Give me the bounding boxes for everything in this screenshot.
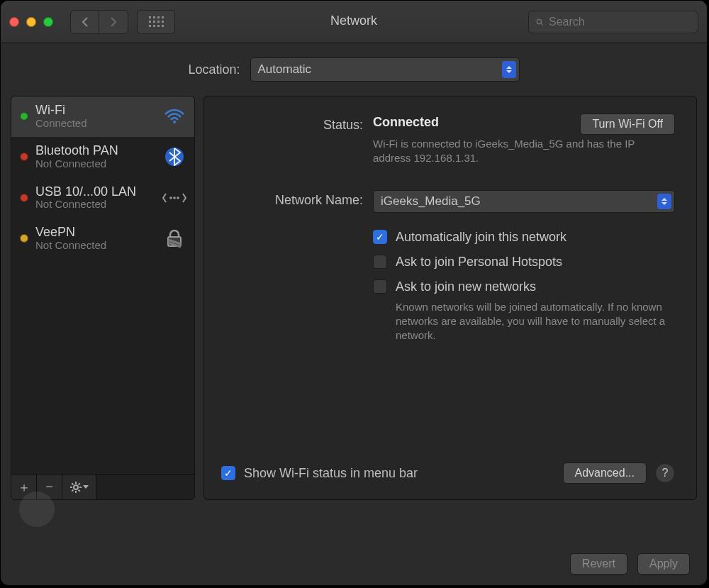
remove-service-button[interactable]: − <box>37 475 62 499</box>
ask-networks-checkbox[interactable] <box>373 279 387 294</box>
status-dot-icon <box>20 112 28 121</box>
network-name-label: Network Name: <box>221 190 363 208</box>
svg-point-0 <box>537 19 541 23</box>
svg-point-10 <box>74 485 78 489</box>
zoom-window-button[interactable] <box>43 17 53 27</box>
service-name: USB 10/...00 LAN <box>35 185 155 199</box>
titlebar: Network <box>1 1 707 43</box>
svg-point-4 <box>169 196 172 199</box>
location-row: Location: Automatic <box>1 43 707 96</box>
show-all-button[interactable] <box>137 10 175 34</box>
help-button[interactable]: ? <box>655 463 675 483</box>
status-dot-icon <box>20 194 28 202</box>
location-label: Location: <box>188 62 240 77</box>
turn-wifi-off-button[interactable]: Turn Wi-Fi Off <box>580 113 675 135</box>
svg-line-1 <box>541 23 543 25</box>
gear-icon <box>70 482 82 493</box>
ask-networks-label: Ask to join new networks <box>396 279 675 294</box>
minimize-window-button[interactable] <box>26 17 36 27</box>
service-status: Not Connected <box>35 240 155 252</box>
ask-hotspot-checkbox-row: Ask to join Personal Hotspots <box>373 255 675 270</box>
apply-button[interactable]: Apply <box>637 553 690 575</box>
search-input[interactable] <box>549 16 691 28</box>
auto-join-label: Automatically join this network <box>396 230 566 245</box>
status-label: Status: <box>221 115 363 133</box>
show-menubar-checkbox[interactable]: ✓ <box>221 466 235 480</box>
show-menubar-label: Show Wi-Fi status in menu bar <box>244 466 418 481</box>
location-value: Automatic <box>258 62 312 77</box>
close-window-button[interactable] <box>9 17 19 27</box>
add-service-button[interactable]: ＋ <box>11 475 37 499</box>
chevron-down-icon <box>83 485 89 489</box>
auto-join-checkbox-row: ✓ Automatically join this network <box>373 230 675 245</box>
service-bluetooth-pan[interactable]: Bluetooth PAN Not Connected <box>11 137 194 177</box>
svg-line-17 <box>78 483 79 484</box>
service-list: Wi-Fi Connected <box>11 96 194 474</box>
svg-line-16 <box>78 489 79 491</box>
forward-button[interactable] <box>99 11 128 33</box>
back-button[interactable] <box>71 11 99 33</box>
details-panel: Status: Connected Wi-Fi is connected to … <box>203 96 697 500</box>
wifi-icon <box>162 109 187 124</box>
network-name-select[interactable]: iGeeks_Media_5G <box>373 190 675 213</box>
service-actions-menu[interactable] <box>62 475 96 499</box>
search-field[interactable] <box>528 11 698 33</box>
panel-bottom-row: ✓ Show Wi-Fi status in menu bar Advanced… <box>221 462 675 484</box>
ask-networks-checkbox-row: Ask to join new networks Known networks … <box>373 279 675 343</box>
ask-networks-hint: Known networks will be joined automatica… <box>396 300 675 343</box>
search-icon <box>536 16 543 28</box>
nav-buttons <box>70 10 128 34</box>
network-name-value: iGeeks_Media_5G <box>381 194 481 209</box>
svg-point-5 <box>173 196 176 199</box>
svg-point-2 <box>173 121 176 123</box>
network-preferences-window: Network Location: Automatic Wi-Fi <box>0 0 708 586</box>
service-status: Not Connected <box>35 158 155 170</box>
stepper-icon <box>502 61 516 78</box>
ask-hotspot-checkbox[interactable] <box>373 255 387 269</box>
svg-point-6 <box>177 196 179 199</box>
service-name: VeePN <box>35 226 155 240</box>
service-name: Bluetooth PAN <box>35 144 155 158</box>
service-status: Connected <box>35 118 155 130</box>
location-select[interactable]: Automatic <box>250 57 520 82</box>
service-name: Wi-Fi <box>35 104 155 118</box>
svg-line-18 <box>72 489 73 491</box>
svg-line-15 <box>72 483 73 484</box>
ethernet-icon <box>162 189 187 206</box>
advanced-button[interactable]: Advanced... <box>563 462 647 484</box>
service-sidebar: Wi-Fi Connected <box>11 96 195 500</box>
stepper-icon <box>657 194 671 209</box>
lock-icon <box>162 228 187 248</box>
grid-icon <box>149 16 164 27</box>
status-description: Wi-Fi is connected to iGeeks_Media_5G an… <box>373 137 642 166</box>
service-status: Not Connected <box>35 199 155 211</box>
service-veepn[interactable]: VeePN Not Connected <box>11 218 194 259</box>
window-controls <box>9 17 53 27</box>
service-wifi[interactable]: Wi-Fi Connected <box>11 96 194 137</box>
main-area: Wi-Fi Connected <box>1 96 707 507</box>
status-dot-icon <box>20 152 28 161</box>
service-usb-lan[interactable]: USB 10/...00 LAN Not Connected <box>11 178 194 218</box>
status-dot-icon <box>20 234 28 243</box>
auto-join-checkbox[interactable]: ✓ <box>373 230 387 244</box>
ask-hotspot-label: Ask to join Personal Hotspots <box>396 255 562 270</box>
window-footer: Revert Apply <box>1 543 707 585</box>
bluetooth-icon <box>162 145 187 168</box>
revert-button[interactable]: Revert <box>570 553 627 575</box>
status-value: Connected <box>373 115 439 129</box>
sidebar-tools: ＋ − <box>11 474 194 499</box>
